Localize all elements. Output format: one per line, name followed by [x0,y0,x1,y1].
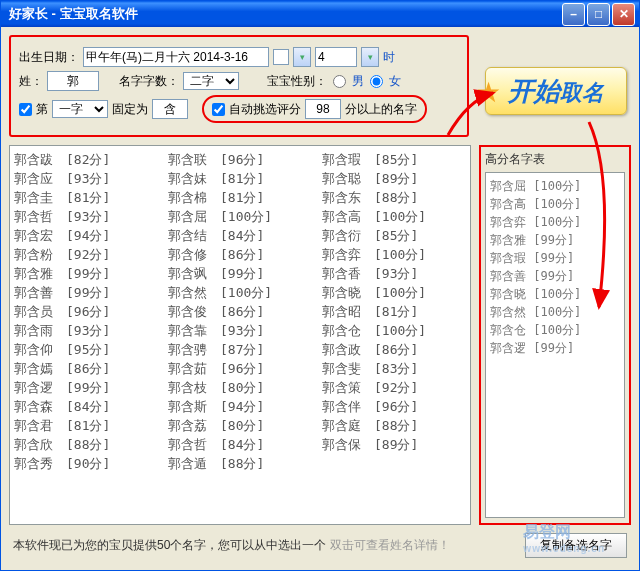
chars-select[interactable]: 二字 [183,72,239,90]
list-item[interactable]: 郭含哲 [93分] [14,207,158,226]
list-item[interactable]: 郭含修 [86分] [168,245,312,264]
list-item[interactable]: 郭含员 [96分] [14,302,158,321]
list-item[interactable]: 郭含妹 [81分] [168,169,312,188]
list-item[interactable]: 郭含瑕 [85分] [322,150,466,169]
list-item[interactable]: 郭含晓 [100分] [322,283,466,302]
window-title: 好家长 - 宝宝取名软件 [5,5,560,23]
names-list[interactable]: 郭含跋 [82分]郭含应 [93分]郭含圭 [81分]郭含哲 [93分]郭含宏 … [9,145,471,525]
gender-male-radio[interactable] [333,75,346,88]
star-icon: ★ [476,76,501,109]
list-item[interactable]: 郭含骋 [87分] [168,340,312,359]
list-item[interactable]: 郭含善 [99分] [490,267,620,285]
hour-input[interactable] [315,47,357,67]
form-panel: 出生日期： ▾ ▾ 时 姓： 名字字数： 二字 宝宝性别： 男 女 [9,35,469,137]
list-item[interactable]: 郭含雅 [99分] [14,264,158,283]
auto-checkbox[interactable] [212,103,225,116]
gender-female-label: 女 [389,73,401,90]
auto-suffix: 分以上的名字 [345,101,417,118]
list-item[interactable]: 郭含政 [86分] [322,340,466,359]
surname-input[interactable] [47,71,99,91]
list-item[interactable]: 郭含衍 [85分] [322,226,466,245]
list-item[interactable]: 郭含俊 [86分] [168,302,312,321]
high-score-title: 高分名字表 [485,151,625,168]
list-item[interactable]: 郭含雨 [93分] [14,321,158,340]
fix-label: 固定为 [112,101,148,118]
list-item[interactable]: 郭含策 [92分] [322,378,466,397]
list-item[interactable]: 郭含瑕 [99分] [490,249,620,267]
list-item[interactable]: 郭含森 [84分] [14,397,158,416]
list-item[interactable]: 郭含然 [100分] [168,283,312,302]
list-item[interactable]: 郭含善 [99分] [14,283,158,302]
birth-input[interactable] [83,47,269,67]
fix-input[interactable] [152,99,188,119]
list-item[interactable]: 郭含高 [100分] [490,195,620,213]
list-item[interactable]: 郭含然 [100分] [490,303,620,321]
list-item[interactable]: 郭含枝 [80分] [168,378,312,397]
list-item[interactable]: 郭含君 [81分] [14,416,158,435]
list-item[interactable]: 郭含香 [93分] [322,264,466,283]
status-message: 本软件现已为您的宝贝提供50个名字，您可以从中选出一个 双击可查看姓名详情！ [13,537,515,554]
list-item[interactable]: 郭含结 [84分] [168,226,312,245]
maximize-button[interactable]: □ [587,3,610,26]
high-score-list[interactable]: 郭含屈 [100分]郭含高 [100分]郭含弈 [100分]郭含雅 [99分]郭… [485,172,625,518]
auto-filter-oval: 自动挑选评分 分以上的名字 [202,95,427,123]
auto-score-input[interactable] [305,99,341,119]
calendar-dropdown-icon[interactable]: ▾ [293,47,311,67]
minimize-button[interactable]: – [562,3,585,26]
list-item[interactable]: 郭含保 [89分] [322,435,466,454]
list-item[interactable]: 郭含斯 [94分] [168,397,312,416]
list-item[interactable]: 郭含斐 [83分] [322,359,466,378]
list-item[interactable]: 郭含东 [88分] [322,188,466,207]
hour-dropdown-icon[interactable]: ▾ [361,47,379,67]
calendar-icon[interactable] [273,49,289,65]
list-item[interactable]: 郭含仓 [100分] [322,321,466,340]
list-item[interactable]: 郭含聪 [89分] [322,169,466,188]
auto-label: 自动挑选评分 [229,101,301,118]
list-item[interactable]: 郭含哲 [84分] [168,435,312,454]
start-button[interactable]: ★ 开始取名 [485,67,627,115]
list-item[interactable]: 郭含秀 [90分] [14,454,158,473]
list-item[interactable]: 郭含逻 [99分] [490,339,620,357]
list-item[interactable]: 郭含嫣 [86分] [14,359,158,378]
list-item[interactable]: 郭含棉 [81分] [168,188,312,207]
high-score-panel: 高分名字表 郭含屈 [100分]郭含高 [100分]郭含弈 [100分]郭含雅 … [479,145,631,525]
list-item[interactable]: 郭含雅 [99分] [490,231,620,249]
list-item[interactable]: 郭含粉 [92分] [14,245,158,264]
list-item[interactable]: 郭含欣 [88分] [14,435,158,454]
list-item[interactable]: 郭含跋 [82分] [14,150,158,169]
list-item[interactable]: 郭含伴 [96分] [322,397,466,416]
list-item[interactable]: 郭含逻 [99分] [14,378,158,397]
surname-label: 姓： [19,73,43,90]
pos-prefix: 第 [36,101,48,118]
list-item[interactable]: 郭含荔 [80分] [168,416,312,435]
close-button[interactable]: ✕ [612,3,635,26]
list-item[interactable]: 郭含屈 [100分] [168,207,312,226]
list-item[interactable]: 郭含昭 [81分] [322,302,466,321]
list-item[interactable]: 郭含庭 [88分] [322,416,466,435]
gender-female-radio[interactable] [370,75,383,88]
list-item[interactable]: 郭含圭 [81分] [14,188,158,207]
list-item[interactable]: 郭含飒 [99分] [168,264,312,283]
list-item[interactable]: 郭含弈 [100分] [490,213,620,231]
list-item[interactable]: 郭含靠 [93分] [168,321,312,340]
list-item[interactable]: 郭含仰 [95分] [14,340,158,359]
copy-button[interactable]: 复制备选名字 [525,533,627,558]
hour-suffix: 时 [383,49,395,66]
list-item[interactable]: 郭含高 [100分] [322,207,466,226]
list-item[interactable]: 郭含联 [96分] [168,150,312,169]
pos-checkbox[interactable] [19,103,32,116]
list-item[interactable]: 郭含宏 [94分] [14,226,158,245]
list-item[interactable]: 郭含仓 [100分] [490,321,620,339]
gender-male-label: 男 [352,73,364,90]
gender-label: 宝宝性别： [267,73,327,90]
titlebar: 好家长 - 宝宝取名软件 – □ ✕ [1,1,639,27]
list-item[interactable]: 郭含遁 [88分] [168,454,312,473]
birth-label: 出生日期： [19,49,79,66]
list-item[interactable]: 郭含屈 [100分] [490,177,620,195]
list-item[interactable]: 郭含应 [93分] [14,169,158,188]
list-item[interactable]: 郭含茹 [96分] [168,359,312,378]
list-item[interactable]: 郭含弈 [100分] [322,245,466,264]
pos-select[interactable]: 一字 [52,100,108,118]
list-item[interactable]: 郭含晓 [100分] [490,285,620,303]
status-hint: 双击可查看姓名详情！ [330,538,450,552]
